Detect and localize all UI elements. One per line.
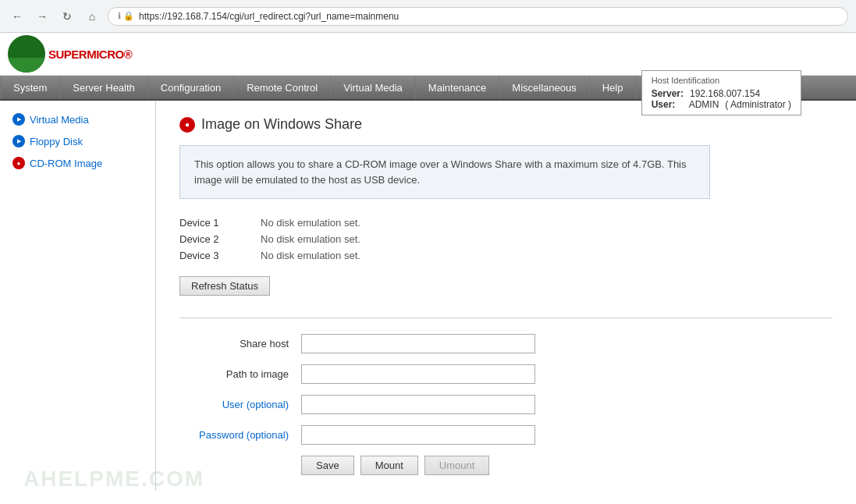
address-bar[interactable]: ℹ 🔒 https://192.168.7.154/cgi/url_redire… <box>108 7 848 26</box>
server-label: Server: <box>652 88 684 99</box>
umount-button[interactable]: Umount <box>424 456 490 475</box>
nav-miscellaneous[interactable]: Miscellaneous <box>499 76 589 99</box>
sidebar-floppy-label: Floppy Disk <box>30 136 83 147</box>
device-1-status: No disk emulation set. <box>261 217 361 229</box>
share-host-row: Share host <box>179 334 648 353</box>
share-host-input[interactable] <box>301 334 535 353</box>
share-host-label: Share host <box>179 338 289 350</box>
nav-system[interactable]: System <box>0 76 60 99</box>
home-button[interactable]: ⌂ <box>83 7 101 26</box>
path-input[interactable] <box>301 364 535 384</box>
sidebar-item-virtual-media[interactable]: Virtual Media <box>0 108 155 130</box>
security-icon: ℹ 🔒 <box>118 11 134 21</box>
main-layout: Virtual Media Floppy Disk CD-ROM Image I… <box>0 101 856 491</box>
sidebar-item-floppy-disk[interactable]: Floppy Disk <box>0 130 155 152</box>
host-id-user-row: User: ADMIN ( Administrator ) <box>652 99 791 110</box>
password-row: Password (optional) <box>179 425 648 445</box>
back-button[interactable]: ← <box>8 7 27 26</box>
nav-virtual-media[interactable]: Virtual Media <box>331 76 416 99</box>
nav-help[interactable]: Help <box>590 76 637 99</box>
browser-chrome: ← → ↻ ⌂ ℹ 🔒 https://192.168.7.154/cgi/ur… <box>0 0 856 33</box>
forward-button[interactable]: → <box>33 7 52 26</box>
nav-configuration[interactable]: Configuration <box>148 76 234 99</box>
user-row: User (optional) <box>179 395 648 414</box>
cdrom-icon <box>12 157 25 169</box>
nav-server-health[interactable]: Server Health <box>60 76 147 99</box>
sidebar-cdrom-label: CD-ROM Image <box>30 158 102 169</box>
device-row-1: Device 1 No disk emulation set. <box>179 215 833 231</box>
virtual-media-icon <box>12 113 25 126</box>
refresh-status-button[interactable]: Refresh Status <box>179 276 270 296</box>
action-buttons: Save Mount Umount <box>301 456 648 475</box>
device-2-label: Device 2 <box>179 233 242 245</box>
reload-button[interactable]: ↻ <box>58 7 76 26</box>
sidebar-virtual-media-label: Virtual Media <box>30 114 89 126</box>
password-input[interactable] <box>301 425 535 445</box>
path-row: Path to image <box>179 364 648 384</box>
url-text: https://192.168.7.154/cgi/url_redirect.c… <box>139 11 399 22</box>
path-label: Path to image <box>179 368 289 380</box>
device-row-3: Device 3 No disk emulation set. <box>179 247 833 264</box>
host-id-server-row: Server: 192.168.007.154 <box>652 88 791 99</box>
sidebar-item-cdrom-image[interactable]: CD-ROM Image <box>0 152 155 174</box>
device-1-label: Device 1 <box>179 217 242 229</box>
info-box: This option allows you to share a CD-ROM… <box>179 145 710 199</box>
logo-text: SUPERMICRO® <box>48 48 132 61</box>
user-input[interactable] <box>301 395 535 414</box>
device-row-2: Device 2 No disk emulation set. <box>179 231 833 247</box>
save-button[interactable]: Save <box>301 456 354 475</box>
section-divider <box>179 318 833 318</box>
page-title: Image on Windows Share <box>179 116 833 133</box>
logo-icon <box>8 35 45 73</box>
logo: SUPERMICRO® <box>8 35 132 73</box>
host-identification-box: Host Identification Server: 192.168.007.… <box>641 70 801 115</box>
user-label: User: <box>652 99 683 110</box>
device-3-status: No disk emulation set. <box>261 250 361 261</box>
server-value: 192.168.007.154 <box>690 88 760 99</box>
host-id-title: Host Identification <box>652 76 791 85</box>
user-value: ADMIN <box>689 99 719 110</box>
page-title-text: Image on Windows Share <box>201 116 362 133</box>
sidebar: Virtual Media Floppy Disk CD-ROM Image <box>0 101 156 491</box>
password-label: Password (optional) <box>179 429 289 441</box>
role-value: ( Administrator ) <box>725 99 791 110</box>
nav-remote-control[interactable]: Remote Control <box>234 76 331 99</box>
header-area: SUPERMICRO® Host Identification Server: … <box>0 33 856 76</box>
mount-button[interactable]: Mount <box>361 456 418 475</box>
info-text: This option allows you to share a CD-ROM… <box>194 158 687 186</box>
device-3-label: Device 3 <box>179 250 242 261</box>
page-title-icon <box>179 117 195 133</box>
floppy-disk-icon <box>12 135 25 147</box>
device-table: Device 1 No disk emulation set. Device 2… <box>179 215 833 264</box>
device-2-status: No disk emulation set. <box>261 233 361 245</box>
form-section: Share host Path to image User (optional)… <box>179 334 648 475</box>
content-area: Image on Windows Share This option allow… <box>156 101 856 491</box>
nav-maintenance[interactable]: Maintenance <box>416 76 499 99</box>
user-label: User (optional) <box>179 399 289 410</box>
